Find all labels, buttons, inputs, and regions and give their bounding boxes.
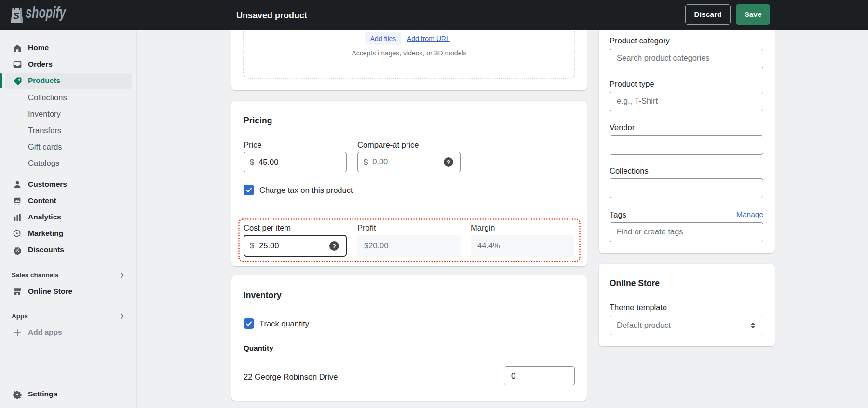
svg-text:?: ? [332,243,336,250]
svg-text:?: ? [447,159,450,166]
svg-text:S: S [13,11,19,21]
